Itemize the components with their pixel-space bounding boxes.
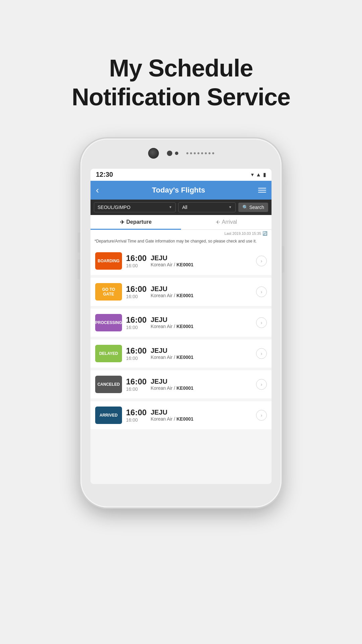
flight-info: JEJU Korean Air / KE0001 <box>150 285 252 298</box>
menu-button[interactable] <box>258 188 266 193</box>
flight-card[interactable]: PROCESSING 16:00 16:00 JEJU Korean Air /… <box>90 309 272 337</box>
search-icon: 🔍 <box>242 205 248 210</box>
flight-number: KE0001 <box>176 416 193 422</box>
flight-card[interactable]: ARRIVED 16:00 16:00 JEJU Korean Air / KE… <box>90 401 272 429</box>
refresh-icon[interactable]: 🔄 <box>262 231 267 236</box>
flight-card[interactable]: CANCELED 16:00 16:00 JEJU Korean Air / K… <box>90 370 272 398</box>
flight-time-sub: 16:00 <box>126 263 138 268</box>
airport-select[interactable]: SEOUL/GIMPO ▼ <box>94 202 176 212</box>
flight-airline: Korean Air / KE0001 <box>150 293 252 298</box>
status-badge-canceled: CANCELED <box>95 376 122 393</box>
flight-airline: Korean Air / KE0001 <box>150 416 252 422</box>
flight-detail-button[interactable]: › <box>256 348 267 359</box>
flight-time-sub: 16:00 <box>126 294 138 299</box>
flight-info: JEJU Korean Air / KE0001 <box>150 254 252 267</box>
flight-card[interactable]: GO TO GATE 16:00 16:00 JEJU Korean Air /… <box>90 278 272 306</box>
flight-destination: JEJU <box>150 316 252 324</box>
flight-times: 16:00 16:00 <box>126 346 146 361</box>
tab-arrival-label: Arrival <box>222 219 237 225</box>
disclaimer-text: *Departure/Arrival Time and Gate informa… <box>90 237 272 247</box>
airport-chevron-icon: ▼ <box>169 205 172 209</box>
flight-destination: JEJU <box>150 409 252 416</box>
flight-time-sub: 16:00 <box>126 356 138 361</box>
speaker-dot <box>194 152 196 154</box>
flight-times: 16:00 16:00 <box>126 377 146 392</box>
flight-card[interactable]: DELAYED 16:00 16:00 JEJU Korean Air / KE… <box>90 339 272 368</box>
flight-time-sub: 16:00 <box>126 386 138 392</box>
flight-info: JEJU Korean Air / KE0001 <box>150 347 252 360</box>
status-time: 12:30 <box>96 171 113 178</box>
menu-bar-1 <box>258 188 266 189</box>
last-updated-text: Last 2019.10.03 15:35 <box>225 231 261 235</box>
flight-detail-button[interactable]: › <box>256 379 267 390</box>
flight-time-sub: 16:00 <box>126 417 138 423</box>
status-badge-arrived: ARRIVED <box>95 407 122 424</box>
flight-destination: JEJU <box>150 254 252 262</box>
flight-number: KE0001 <box>176 262 193 267</box>
signal-icon: ▲ <box>256 172 261 178</box>
airport-select-value: SEOUL/GIMPO <box>98 205 130 210</box>
speaker-dot <box>197 152 199 154</box>
flight-time-main: 16:00 <box>126 377 146 386</box>
flight-time-sub: 16:00 <box>126 325 138 330</box>
power-button[interactable] <box>282 246 284 273</box>
speaker-dot <box>186 152 188 154</box>
airline-chevron-icon: ▼ <box>229 205 232 209</box>
flight-time-main: 16:00 <box>126 346 146 356</box>
phone-speaker <box>186 152 214 154</box>
flight-number: KE0001 <box>176 293 193 298</box>
flight-airline: Korean Air / KE0001 <box>150 324 252 329</box>
flight-times: 16:00 16:00 <box>126 284 146 299</box>
phone-top <box>101 148 261 159</box>
status-bar: 12:30 ▾ ▲ ▮ <box>90 169 272 181</box>
flight-detail-button[interactable]: › <box>256 410 267 421</box>
speaker-dot <box>201 152 203 154</box>
flight-info: JEJU Korean Air / KE0001 <box>150 378 252 391</box>
flight-time-main: 16:00 <box>126 254 146 263</box>
sensor-dot-2 <box>175 152 178 155</box>
phone-mockup: 12:30 ▾ ▲ ▮ ‹ Today's Flights SEOUL/GIMP… <box>80 139 282 507</box>
tab-departure[interactable]: ✈ Departure <box>90 215 181 229</box>
speaker-dot <box>212 152 214 154</box>
battery-icon: ▮ <box>263 171 266 178</box>
tab-departure-label: Departure <box>126 219 152 225</box>
flight-destination: JEJU <box>150 285 252 293</box>
phone-camera <box>148 148 159 159</box>
flight-time-main: 16:00 <box>126 284 146 294</box>
search-button-label: Search <box>249 205 264 210</box>
flight-detail-button[interactable]: › <box>256 317 267 328</box>
airline-select-value: All <box>182 205 187 210</box>
flight-destination: JEJU <box>150 378 252 385</box>
flight-detail-button[interactable]: › <box>256 286 267 297</box>
status-icons: ▾ ▲ ▮ <box>251 171 266 178</box>
flight-time-main: 16:00 <box>126 408 146 417</box>
app-header: ‹ Today's Flights <box>90 181 272 200</box>
flight-info: JEJU Korean Air / KE0001 <box>150 316 252 329</box>
flight-airline: Korean Air / KE0001 <box>150 385 252 391</box>
wifi-icon: ▾ <box>251 171 254 178</box>
flight-info: JEJU Korean Air / KE0001 <box>150 409 252 422</box>
flight-time-main: 16:00 <box>126 315 146 325</box>
speaker-dot <box>208 152 210 154</box>
status-badge-go-to-gate: GO TO GATE <box>95 283 122 301</box>
flight-card[interactable]: BOARDING 16:00 16:00 JEJU Korean Air / K… <box>90 247 272 275</box>
volume-down-button[interactable] <box>78 259 80 279</box>
page-title: My Schedule Notification Service <box>72 54 290 112</box>
arrival-plane-icon: ✈ <box>216 219 220 225</box>
phone-sensors <box>167 151 178 156</box>
flight-number: KE0001 <box>176 385 193 391</box>
speaker-dot <box>190 152 192 154</box>
back-button[interactable]: ‹ <box>96 185 99 196</box>
flight-times: 16:00 16:00 <box>126 254 146 268</box>
flight-detail-button[interactable]: › <box>256 256 267 266</box>
status-badge-delayed: DELAYED <box>95 345 122 362</box>
flight-airline: Korean Air / KE0001 <box>150 262 252 267</box>
tab-arrival[interactable]: ✈ Arrival <box>181 215 272 229</box>
flight-times: 16:00 16:00 <box>126 408 146 423</box>
volume-up-button[interactable] <box>78 232 80 253</box>
search-button[interactable]: 🔍 Search <box>238 203 268 212</box>
airline-select[interactable]: All ▼ <box>178 202 235 212</box>
status-badge-boarding: BOARDING <box>95 252 122 270</box>
status-badge-processing: PROCESSING <box>95 314 122 331</box>
flight-destination: JEJU <box>150 347 252 355</box>
